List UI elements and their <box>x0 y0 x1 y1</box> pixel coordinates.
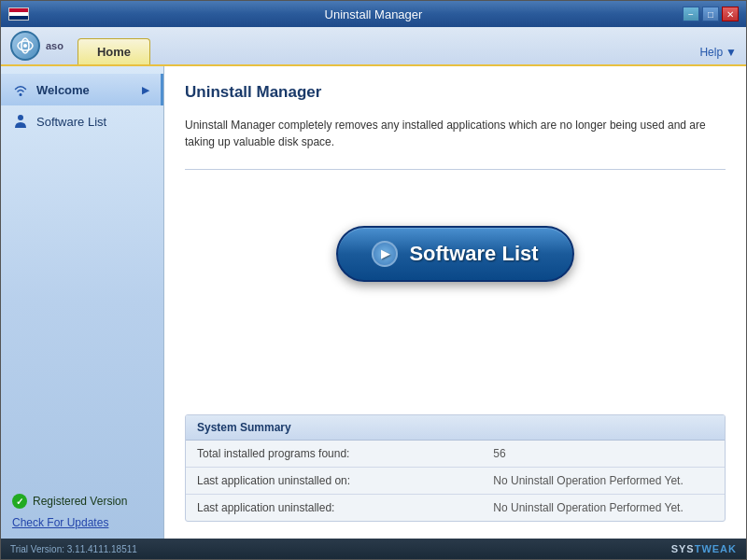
svg-point-3 <box>20 93 22 96</box>
brand-label: SYSTWEAK <box>671 543 737 554</box>
software-list-button[interactable]: ▶ Software List <box>336 226 573 282</box>
table-row: Total installed programs found: 56 <box>186 441 725 468</box>
summary-value-3: No Uninstall Operation Performed Yet. <box>482 495 725 522</box>
summary-header: System Summary <box>186 415 725 441</box>
system-summary-box: System Summary Total installed programs … <box>185 414 726 522</box>
wifi-icon <box>12 81 29 98</box>
summary-table: Total installed programs found: 56 Last … <box>186 441 725 521</box>
software-btn-label: Software List <box>409 242 538 266</box>
content-area: Uninstall Manager Uninstall Manager comp… <box>164 66 746 539</box>
app-logo-text: aso <box>46 40 63 51</box>
brand-part1: SYS <box>671 543 695 554</box>
sidebar-software-list-label: Software List <box>36 115 106 129</box>
logo-svg <box>16 36 35 55</box>
summary-label-2: Last application uninstalled on: <box>186 468 482 495</box>
window-title: Uninstall Manager <box>325 7 423 21</box>
sidebar-arrow-icon: ▶ <box>142 85 149 95</box>
sidebar: Welcome ▶ Software List ✓ Registered Ver… <box>1 66 164 539</box>
table-row: Last application uninstalled on: No Unin… <box>186 468 725 495</box>
main-area: Welcome ▶ Software List ✓ Registered Ver… <box>1 66 746 539</box>
sidebar-welcome-label: Welcome <box>36 83 90 97</box>
maximize-button[interactable]: □ <box>702 7 719 21</box>
summary-value-1: 56 <box>482 441 725 468</box>
title-bar-left <box>8 7 29 21</box>
registered-label: Registered Version <box>33 495 127 508</box>
tab-home[interactable]: Home <box>78 38 150 64</box>
close-button[interactable]: ✕ <box>722 7 739 21</box>
content-description: Uninstall Manager completely removes any… <box>185 117 708 150</box>
registered-badge: ✓ Registered Version <box>12 494 152 509</box>
content-divider <box>185 169 726 170</box>
check-icon: ✓ <box>12 494 27 509</box>
main-window: Uninstall Manager − □ ✕ aso Home Help ▼ <box>0 0 747 560</box>
title-bar-controls: − □ ✕ <box>683 7 739 21</box>
svg-point-4 <box>18 115 23 120</box>
summary-label-3: Last application uninstalled: <box>186 495 482 522</box>
play-symbol: ▶ <box>381 247 389 260</box>
minimize-button[interactable]: − <box>683 7 699 21</box>
brand-part2: TWEAK <box>695 543 737 554</box>
logo-icon <box>10 31 40 61</box>
summary-value-2: No Uninstall Operation Performed Yet. <box>482 468 725 495</box>
sidebar-item-software-list[interactable]: Software List <box>1 105 163 137</box>
help-arrow-icon: ▼ <box>726 46 737 59</box>
help-button[interactable]: Help ▼ <box>699 46 737 59</box>
summary-label-1: Total installed programs found: <box>186 441 482 468</box>
version-label: Trial Version: 3.11.4111.18511 <box>10 544 137 554</box>
check-updates-link[interactable]: Check For Updates <box>12 516 152 529</box>
help-label: Help <box>699 46 723 59</box>
flag-icon <box>8 7 29 21</box>
software-btn-container: ▶ Software List <box>185 189 726 319</box>
play-icon: ▶ <box>372 241 398 267</box>
app-logo: aso <box>10 31 63 61</box>
footer: Trial Version: 3.11.4111.18511 SYSTWEAK <box>1 539 746 559</box>
person-icon <box>12 113 29 130</box>
sidebar-item-welcome[interactable]: Welcome ▶ <box>1 74 163 105</box>
title-bar: Uninstall Manager − □ ✕ <box>1 1 746 27</box>
nav-bar: aso Home Help ▼ <box>1 27 746 66</box>
table-row: Last application uninstalled: No Uninsta… <box>186 495 725 522</box>
svg-point-2 <box>23 44 27 48</box>
content-title: Uninstall Manager <box>185 83 726 102</box>
sidebar-bottom: ✓ Registered Version Check For Updates <box>1 484 163 539</box>
